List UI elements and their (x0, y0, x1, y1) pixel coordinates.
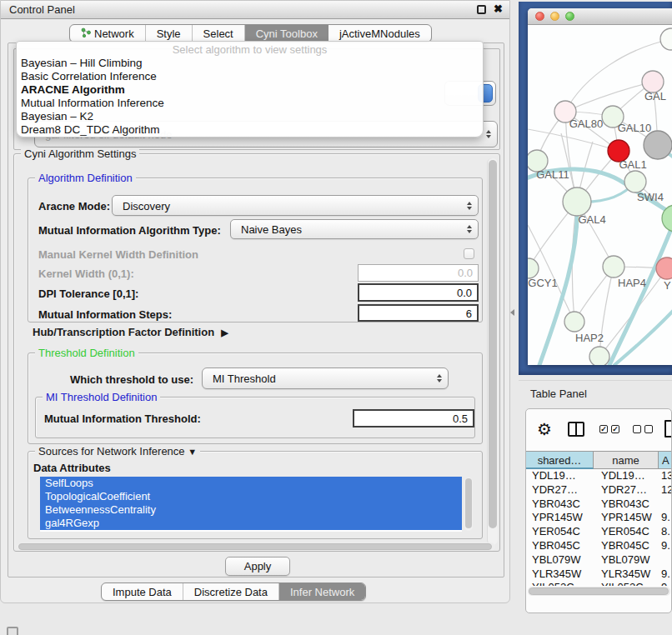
network-node[interactable] (589, 347, 609, 365)
table-row[interactable]: YDL19…YDL19…13 (526, 469, 672, 483)
hub-definition-toggle[interactable]: Hub/Transcription Factor Definition▶ (33, 326, 228, 338)
kernel-width-field[interactable]: 0.0 (358, 264, 479, 282)
settings-scrollbar-thumb[interactable] (489, 160, 497, 528)
aracne-mode-combobox[interactable]: Discovery (112, 195, 479, 216)
tab-cyni-toolbox[interactable]: Cyni Toolbox (245, 25, 328, 42)
chevron-updown-icon (467, 225, 472, 233)
zoom-traffic-light-icon[interactable] (565, 12, 574, 21)
chevron-right-icon[interactable]: ▶ (221, 328, 228, 338)
panel-title: Control Panel (9, 3, 75, 16)
network-node-hap2[interactable] (564, 312, 584, 332)
float-window-icon[interactable] (477, 5, 486, 14)
dpi-tolerance-label: DPI Tolerance [0,1]: (38, 288, 138, 300)
table-row[interactable]: YDR27…YDR27…12 (526, 483, 672, 498)
column-header-name[interactable]: name (594, 451, 659, 469)
algorithm-option[interactable]: Basic Correlation Inference (19, 70, 478, 83)
unchecked-checkbox-icon[interactable] (644, 425, 653, 433)
settings-hscrollbar[interactable] (17, 542, 495, 551)
table-row[interactable]: YBL079WYBL079W (526, 553, 672, 568)
tab-select[interactable]: Select (193, 25, 245, 42)
network-icon (81, 25, 91, 42)
table-cell: YIL052C (526, 581, 594, 586)
settings-scrollbar[interactable] (487, 158, 498, 545)
network-node-swi4[interactable] (624, 171, 646, 192)
table-row[interactable]: YIL052CYIL052C9 (526, 581, 672, 586)
algorithm-option-list: Bayesian – Hill ClimbingBasic Correlatio… (19, 57, 478, 137)
table-panel-title: Table Panel (530, 388, 587, 400)
table-toolbar: ⚙ ✓ ✓ (526, 409, 672, 451)
gear-icon[interactable]: ⚙ (537, 419, 552, 439)
network-node-gal4[interactable] (563, 188, 591, 216)
table-cell: YPR145W (594, 511, 659, 525)
minimize-traffic-light-icon[interactable] (550, 12, 559, 21)
table-row[interactable]: YBR043CYBR043C (526, 498, 672, 512)
list-scrollbar[interactable] (464, 478, 473, 531)
checked-checkbox-icon[interactable]: ✓ (599, 425, 608, 433)
tab-network[interactable]: Network (70, 25, 146, 42)
table-hscrollbar-thumb[interactable] (529, 588, 669, 595)
algorithm-dropdown-popup: Select algorithm to view settings Bayesi… (16, 41, 484, 138)
network-node-hap4[interactable] (603, 256, 624, 278)
table-cell: YER054C (594, 525, 659, 539)
bottom-tab-strip: Impute DataDiscretize DataInfer Network (101, 582, 366, 601)
network-node[interactable] (660, 28, 672, 50)
dpi-tolerance-field[interactable]: 0.0 (358, 283, 479, 302)
algorithm-option[interactable]: Bayesian – K2 (19, 110, 478, 123)
tab-infer-network[interactable]: Infer Network (279, 583, 365, 600)
corner-widget-icon[interactable] (7, 627, 18, 635)
column-header-shared-name[interactable]: shared… (526, 451, 594, 469)
column-header-partial[interactable]: A (659, 451, 672, 469)
network-view-frame: GALGAL80GAL10GAL1GAL11SWI4GAL4GCY1YHAP4H… (519, 2, 672, 375)
table-row[interactable]: YBR045CYBR045C9. (526, 539, 672, 553)
data-attribute-item[interactable]: gal4RGexp (40, 517, 462, 530)
network-window[interactable]: GALGAL80GAL10GAL1GAL11SWI4GAL4GCY1YHAP4H… (528, 8, 672, 365)
split-panel-icon[interactable] (568, 422, 584, 437)
checked-checkbox-icon[interactable]: ✓ (611, 425, 619, 433)
algorithm-option[interactable]: Mutual Information Inference (19, 97, 478, 110)
network-node-gcy1[interactable] (528, 258, 539, 278)
tab-jactivemnodules[interactable]: jActiveMNodules (328, 25, 431, 42)
node-label: GAL (644, 90, 666, 102)
data-attribute-item[interactable]: SelfLoops (40, 477, 462, 490)
table-row[interactable]: YPR145WYPR145W9. (526, 511, 672, 525)
tab-style[interactable]: Style (146, 25, 193, 42)
tab-impute-data[interactable]: Impute Data (102, 583, 183, 600)
network-window-titlebar (528, 8, 672, 25)
node-label: GAL10 (618, 122, 651, 134)
close-icon[interactable]: ✖ (494, 2, 503, 15)
algorithm-option[interactable]: Dream8 DC_TDC Algorithm (19, 123, 478, 137)
algorithm-definition-group: Algorithm Definition Aracne Mode: Discov… (28, 178, 483, 322)
chevron-down-icon[interactable]: ▼ (188, 447, 197, 457)
table-row[interactable]: YLR345WYLR345W9. (526, 568, 672, 582)
apply-button[interactable]: Apply (225, 557, 290, 576)
tab-label: Style (157, 25, 181, 42)
settings-hscrollbar-thumb[interactable] (18, 543, 492, 550)
data-attributes-list[interactable]: SelfLoopsTopologicalCoefficientBetweenne… (40, 477, 462, 532)
close-traffic-light-icon[interactable] (535, 12, 544, 21)
network-node-y[interactable] (656, 258, 672, 279)
mi-threshold-field[interactable]: 0.5 (353, 409, 474, 428)
list-scrollbar-thumb[interactable] (465, 478, 472, 528)
aracne-mode-label: Aracne Mode: (38, 200, 110, 212)
table-cell: YBL079W (594, 553, 659, 568)
table-hscrollbar[interactable] (528, 587, 670, 596)
which-threshold-combobox[interactable]: MI Threshold (202, 368, 449, 389)
data-attributes-label: Data Attributes (33, 462, 111, 474)
mi-steps-field[interactable]: 6 (358, 304, 479, 322)
splitter-collapse-icon[interactable] (510, 309, 514, 316)
table-cell (659, 553, 672, 568)
algorithm-option[interactable]: ARACNE Algorithm (19, 83, 478, 97)
network-canvas[interactable]: GALGAL80GAL10GAL1GAL11SWI4GAL4GCY1YHAP4H… (528, 25, 672, 365)
manual-kernel-checkbox[interactable] (464, 248, 474, 259)
unchecked-checkbox-icon[interactable] (633, 425, 641, 433)
table-cell: 9. (659, 511, 672, 525)
tab-discretize-data[interactable]: Discretize Data (183, 583, 279, 600)
data-attribute-item[interactable]: BetweennessCentrality (40, 503, 462, 517)
table-row[interactable]: YER054CYER054C8. (526, 525, 672, 539)
algorithm-option[interactable]: Bayesian – Hill Climbing (19, 57, 478, 70)
data-attribute-item[interactable]: TopologicalCoefficient (40, 490, 462, 503)
chevron-updown-icon (486, 130, 491, 138)
document-icon[interactable] (664, 420, 672, 438)
network-node[interactable] (644, 131, 672, 159)
mi-type-combobox[interactable]: Naive Bayes (230, 219, 479, 239)
